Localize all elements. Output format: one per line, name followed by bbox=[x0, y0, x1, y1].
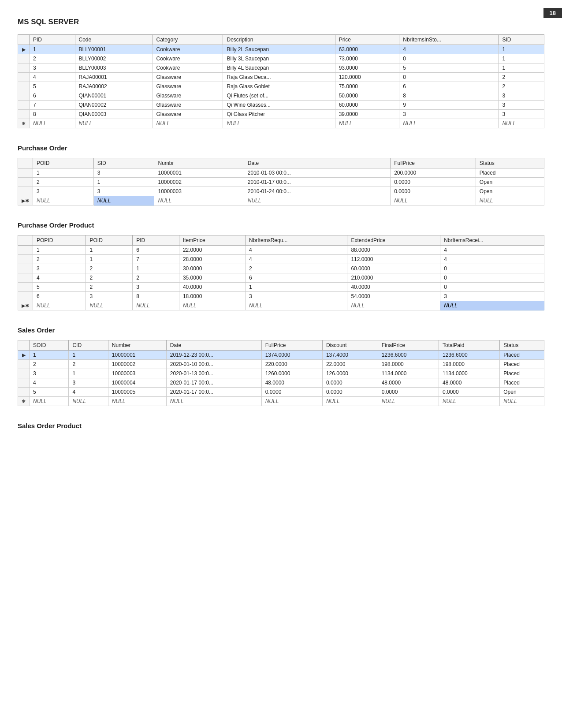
table-row: Open bbox=[476, 178, 544, 187]
table-row: 60.0000 bbox=[335, 101, 399, 110]
table-row bbox=[18, 63, 30, 73]
table-row: ▶✱ bbox=[18, 301, 33, 310]
table-row: 3 bbox=[86, 292, 133, 301]
product-table: PIDCodeCategoryDescriptionPriceNbrItemsI… bbox=[18, 34, 544, 128]
table-row: 39.0000 bbox=[335, 110, 399, 119]
table-row: 9 bbox=[399, 101, 499, 110]
table-row: 10000001 bbox=[154, 168, 244, 178]
table-row: Glassware bbox=[153, 82, 223, 91]
table-row: 210.0000 bbox=[347, 273, 440, 283]
table-row: 1236.6000 bbox=[378, 351, 439, 360]
table-row: 40.0000 bbox=[347, 283, 440, 292]
table-row: 200.0000 bbox=[391, 168, 476, 178]
table-row: 10000005 bbox=[108, 388, 166, 397]
table-row: 93.0000 bbox=[335, 63, 399, 73]
table-row: 3 bbox=[499, 91, 544, 101]
table-row: Placed bbox=[500, 378, 544, 388]
table-row: 2 bbox=[33, 255, 86, 264]
table-row: NULL bbox=[378, 397, 439, 406]
table-row: 4 bbox=[440, 246, 544, 255]
table-row: 1 bbox=[133, 264, 179, 273]
table-row: 2 bbox=[69, 360, 108, 369]
table-row: NULL bbox=[69, 397, 108, 406]
table-row: 0.0000 bbox=[391, 187, 476, 196]
table-row: 0 bbox=[440, 264, 544, 273]
table-row bbox=[18, 110, 30, 119]
table-row: NULL bbox=[245, 301, 347, 310]
table-row: 4 bbox=[30, 73, 75, 82]
table-row: RAJA00002 bbox=[75, 82, 153, 91]
table-row: QIAN00003 bbox=[75, 110, 153, 119]
table-row: Billy 4L Saucepan bbox=[223, 63, 335, 73]
table-row bbox=[18, 73, 30, 82]
table-row: 1 bbox=[499, 63, 544, 73]
table-row: 1236.6000 bbox=[439, 351, 499, 360]
table-row: Glassware bbox=[153, 101, 223, 110]
table-row: Cookware bbox=[153, 63, 223, 73]
table-row: NULL bbox=[439, 397, 499, 406]
table-row: 1 bbox=[499, 54, 544, 63]
table-row bbox=[18, 369, 30, 378]
table-row: NULL bbox=[322, 397, 378, 406]
table-row: 18.0000 bbox=[179, 292, 245, 301]
table-row: 10000004 bbox=[108, 378, 166, 388]
table-row: NULL bbox=[244, 196, 390, 205]
table-row bbox=[18, 101, 30, 110]
table-row: 2 bbox=[86, 283, 133, 292]
table-row: NULL bbox=[93, 196, 154, 205]
table-row: 3 bbox=[30, 63, 75, 73]
table-row: BLLY00001 bbox=[75, 45, 153, 54]
table-row: 4 bbox=[440, 255, 544, 264]
table-row: 28.0000 bbox=[179, 255, 245, 264]
table-row: NULL bbox=[133, 301, 179, 310]
table-row: 50.0000 bbox=[335, 91, 399, 101]
table-row: NULL bbox=[500, 397, 544, 406]
table-row: QIAN00001 bbox=[75, 91, 153, 101]
table-row: 6 bbox=[33, 292, 86, 301]
table-row: 22.0000 bbox=[322, 360, 378, 369]
table-row: 220.0000 bbox=[261, 360, 322, 369]
table-row: 75.0000 bbox=[335, 82, 399, 91]
table-row bbox=[18, 178, 33, 187]
table-row: 6 bbox=[245, 273, 347, 283]
table-row: NULL bbox=[166, 397, 261, 406]
table-row: 137.4000 bbox=[322, 351, 378, 360]
table-row: 3 bbox=[30, 369, 69, 378]
table-row: 1374.0000 bbox=[261, 351, 322, 360]
table-row: Qi Glass Pitcher bbox=[223, 110, 335, 119]
table-row: NULL bbox=[33, 301, 86, 310]
table-row: NULL bbox=[153, 119, 223, 128]
table-row: Billy 2L Saucepan bbox=[223, 45, 335, 54]
table-row: 73.0000 bbox=[335, 54, 399, 63]
table-row bbox=[18, 168, 33, 178]
table-row: 198.0000 bbox=[439, 360, 499, 369]
table-row: 4 bbox=[33, 273, 86, 283]
table-row: 3 bbox=[499, 110, 544, 119]
table-row: 88.0000 bbox=[347, 246, 440, 255]
table-row: 3 bbox=[133, 283, 179, 292]
table-row: Glassware bbox=[153, 91, 223, 101]
table-row: 2010-01-24 00:0... bbox=[244, 187, 390, 196]
table-row: 22.0000 bbox=[179, 246, 245, 255]
table-row: NULL bbox=[30, 397, 69, 406]
table-row bbox=[18, 264, 33, 273]
table-row: 2010-01-17 00:0... bbox=[244, 178, 390, 187]
table-row: BLLY00002 bbox=[75, 54, 153, 63]
table-row bbox=[18, 255, 33, 264]
table-row: 6 bbox=[399, 82, 499, 91]
table-row: Placed bbox=[500, 351, 544, 360]
table-row: 3 bbox=[93, 187, 154, 196]
table-row: 2 bbox=[33, 178, 94, 187]
table-row: 1134.0000 bbox=[378, 369, 439, 378]
table-row: 2020-01-17 00:0... bbox=[166, 388, 261, 397]
table-row: 0 bbox=[399, 54, 499, 63]
table-row bbox=[18, 187, 33, 196]
table-row: Placed bbox=[476, 168, 544, 178]
table-row: 10000002 bbox=[154, 178, 244, 187]
table-row: 48.0000 bbox=[378, 378, 439, 388]
table-row: 4 bbox=[245, 255, 347, 264]
table-row: NULL bbox=[499, 119, 544, 128]
table-row: Qi Wine Glasses... bbox=[223, 101, 335, 110]
table-row: ▶✱ bbox=[18, 196, 33, 205]
table-row: 0 bbox=[440, 273, 544, 283]
